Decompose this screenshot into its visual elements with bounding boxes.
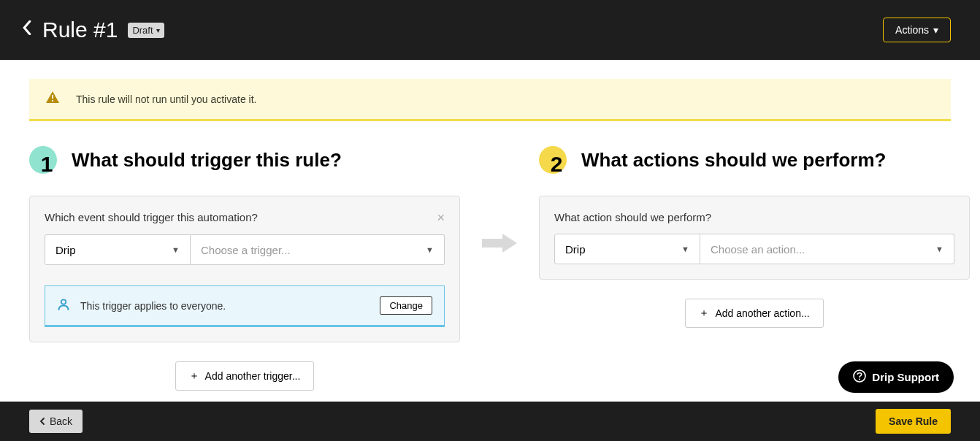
step-number-badge: 2 (539, 146, 567, 174)
app-header: Rule #1 Draft ▾ Actions ▾ (0, 0, 980, 60)
trigger-provider-value: Drip (55, 244, 76, 256)
actions-label: Actions (895, 24, 929, 36)
add-trigger-button[interactable]: ＋ Add another trigger... (175, 361, 315, 391)
back-label: Back (50, 415, 72, 427)
help-icon (853, 369, 866, 385)
add-action-row: ＋ Add another action... (539, 280, 970, 328)
trigger-column: 1 What should trigger this rule? Which e… (29, 146, 460, 391)
status-badge[interactable]: Draft ▾ (128, 23, 164, 38)
chevron-down-icon: ▾ (933, 24, 938, 36)
actions-dropdown-button[interactable]: Actions ▾ (883, 18, 951, 42)
trigger-question: Which event should trigger this automati… (45, 211, 258, 223)
svg-point-4 (859, 379, 860, 380)
trigger-scope-left: This trigger applies to everyone. (57, 298, 226, 314)
add-action-button[interactable]: ＋ Add another action... (685, 299, 823, 328)
alert-text: This rule will not run until you activat… (76, 93, 256, 105)
footer-bar: Back Save Rule (0, 402, 980, 441)
trigger-provider-select[interactable]: Drip ▼ (45, 234, 191, 265)
trigger-section-header: 1 What should trigger this rule? (29, 146, 460, 174)
plus-icon: ＋ (699, 307, 709, 320)
chevron-left-icon (39, 415, 45, 427)
add-trigger-row: ＋ Add another trigger... (29, 342, 460, 391)
trigger-card: Which event should trigger this automati… (29, 196, 460, 342)
action-select-row: Drip ▼ Choose an action... ▼ (554, 234, 954, 264)
action-section-title: What actions should we perform? (581, 149, 886, 172)
save-rule-button[interactable]: Save Rule (876, 409, 951, 434)
action-event-select[interactable]: Choose an action... ▼ (700, 234, 954, 264)
back-chevron-icon[interactable] (22, 20, 32, 39)
trigger-section-title: What should trigger this rule? (72, 149, 342, 172)
arrow-right-icon (482, 234, 517, 256)
action-event-placeholder: Choose an action... (711, 243, 805, 256)
action-provider-value: Drip (565, 243, 586, 256)
chevron-down-icon: ▼ (172, 245, 180, 254)
add-trigger-label: Add another trigger... (205, 370, 301, 382)
status-text: Draft (132, 25, 153, 36)
close-icon[interactable]: × (437, 211, 445, 224)
header-left: Rule #1 Draft ▾ (22, 18, 164, 42)
trigger-scope-panel: This trigger applies to everyone. Change (45, 285, 445, 327)
rule-columns: 1 What should trigger this rule? Which e… (29, 146, 951, 391)
page-title: Rule #1 (42, 18, 118, 42)
warning-icon (45, 91, 60, 107)
draft-alert: This rule will not run until you activat… (29, 79, 951, 121)
svg-rect-1 (52, 100, 53, 101)
main-content: This rule will not run until you activat… (0, 60, 980, 402)
trigger-select-row: Drip ▼ Choose a trigger... ▼ (45, 234, 445, 265)
svg-point-2 (61, 299, 66, 304)
chevron-down-icon: ▼ (935, 245, 943, 253)
action-provider-select[interactable]: Drip ▼ (554, 234, 700, 264)
action-card: What action should we perform? Drip ▼ Ch… (539, 196, 970, 280)
action-question: What action should we perform? (554, 211, 711, 223)
chevron-down-icon: ▼ (681, 245, 689, 253)
person-icon (57, 298, 70, 314)
add-action-label: Add another action... (715, 307, 809, 319)
trigger-scope-text: This trigger applies to everyone. (80, 300, 226, 312)
trigger-event-select[interactable]: Choose a trigger... ▼ (191, 234, 445, 265)
back-button[interactable]: Back (29, 410, 83, 433)
trigger-event-placeholder: Choose a trigger... (201, 244, 291, 256)
change-scope-button[interactable]: Change (380, 296, 432, 315)
step-number-badge: 1 (29, 146, 57, 174)
arrow-separator (478, 146, 521, 256)
chevron-down-icon: ▼ (426, 245, 434, 254)
trigger-card-header: Which event should trigger this automati… (45, 211, 445, 224)
plus-icon: ＋ (189, 369, 199, 383)
support-bubble[interactable]: Drip Support (838, 361, 954, 393)
action-card-header: What action should we perform? (554, 211, 954, 223)
svg-rect-0 (52, 95, 53, 99)
action-column: 2 What actions should we perform? What a… (539, 146, 970, 328)
action-section-header: 2 What actions should we perform? (539, 146, 970, 174)
chevron-down-icon: ▾ (156, 26, 160, 34)
support-label: Drip Support (872, 371, 939, 383)
